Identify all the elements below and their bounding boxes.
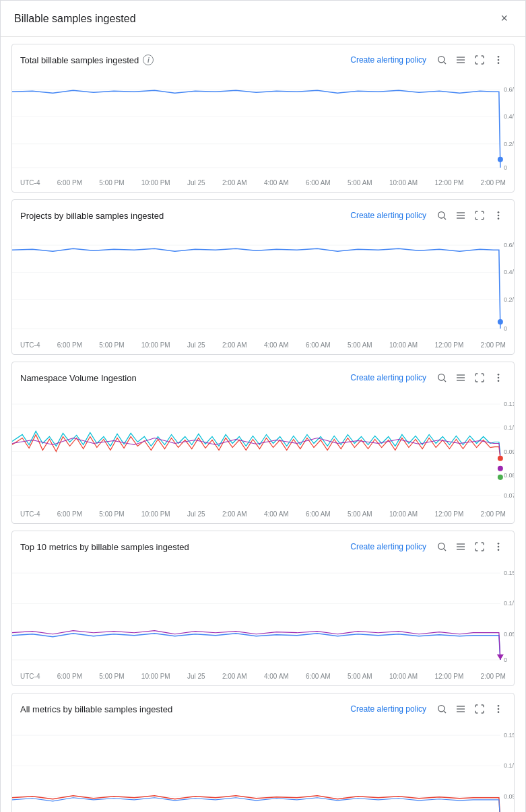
chart-svg-5: 0.15/s 0.1/s 0.05/s 0 <box>12 722 514 812</box>
chart-footer-1: UTC-4 6:00 PM 5:00 PM 10:00 PM Jul 25 2:… <box>12 176 514 192</box>
svg-point-17 <box>438 212 445 218</box>
chart-card-5: All metrics by billable samples ingested… <box>11 693 515 812</box>
legend-icon-btn-4[interactable] <box>453 539 468 554</box>
svg-line-1 <box>444 62 446 64</box>
svg-point-7 <box>498 62 500 64</box>
chart-title-1: Total billable samples ingested <box>20 55 139 65</box>
more-icon-btn-4[interactable] <box>491 539 506 554</box>
expand-icon-btn-4[interactable] <box>472 539 487 554</box>
create-alert-link-3[interactable]: Create alerting policy <box>350 373 426 382</box>
svg-point-78 <box>498 708 500 710</box>
create-alert-link-5[interactable]: Create alerting policy <box>350 704 426 714</box>
chart-svg-2: 0.6/s 0.4/s 0.2/s 0 <box>12 228 514 337</box>
charts-container: Total billable samples ingested i Create… <box>1 37 525 812</box>
svg-text:0.11/s: 0.11/s <box>504 401 514 407</box>
chart-actions-3: Create alerting policy <box>350 370 506 385</box>
svg-text:0.08/s: 0.08/s <box>504 472 514 479</box>
info-icon-1[interactable]: i <box>143 55 154 65</box>
legend-icon-btn-5[interactable] <box>453 702 468 716</box>
svg-point-5 <box>498 56 500 58</box>
chart-title-row-5: All metrics by billable samples ingested <box>20 704 172 714</box>
search-icon-btn-1[interactable] <box>434 53 449 67</box>
svg-marker-67 <box>497 654 504 660</box>
svg-point-12 <box>498 157 503 162</box>
svg-text:0.15/s: 0.15/s <box>504 732 514 739</box>
create-alert-link-2[interactable]: Create alerting policy <box>350 211 426 220</box>
expand-icon-btn-1[interactable] <box>472 53 487 67</box>
chart-header-4: Top 10 metrics by billable samples inges… <box>12 539 514 560</box>
svg-text:0.2/s: 0.2/s <box>504 296 514 303</box>
chart-title-3: Namespace Volume Ingestion <box>20 373 137 383</box>
chart-actions-5: Create alerting policy <box>350 702 506 716</box>
svg-text:0: 0 <box>504 325 507 332</box>
legend-icon-btn-3[interactable] <box>453 370 468 385</box>
svg-text:0.4/s: 0.4/s <box>504 269 514 275</box>
chart-card-3: Namespace Volume Ingestion Create alerti… <box>11 362 515 524</box>
expand-icon-btn-3[interactable] <box>472 370 487 385</box>
chart-actions-4: Create alerting policy <box>350 539 506 554</box>
svg-line-35 <box>444 380 446 382</box>
svg-point-29 <box>498 319 503 325</box>
svg-text:0.15/s: 0.15/s <box>504 570 514 576</box>
more-icon-btn-3[interactable] <box>491 370 506 385</box>
svg-text:0.1/s: 0.1/s <box>504 763 514 770</box>
chart-body-2: 0.6/s 0.4/s 0.2/s 0 <box>12 228 514 339</box>
svg-text:0.4/s: 0.4/s <box>504 113 514 120</box>
more-icon-btn-1[interactable] <box>491 53 506 67</box>
chart-svg-4: 0.15/s 0.1/s 0.05/s 0 <box>12 560 514 668</box>
create-alert-link-4[interactable]: Create alerting policy <box>350 542 426 551</box>
dialog: Billable samples ingested × Total billab… <box>0 0 526 812</box>
chart-header-3: Namespace Volume Ingestion Create alerti… <box>12 370 514 391</box>
svg-text:0.1/s: 0.1/s <box>504 601 514 607</box>
expand-icon-btn-2[interactable] <box>472 208 487 223</box>
svg-text:0.1/s: 0.1/s <box>504 424 514 431</box>
chart-body-5: 0.15/s 0.1/s 0.05/s 0 <box>12 722 514 812</box>
chart-header-5: All metrics by billable samples ingested… <box>12 702 514 722</box>
chart-title-2: Projects by billable samples ingested <box>20 211 164 221</box>
create-alert-link-1[interactable]: Create alerting policy <box>350 55 426 65</box>
svg-point-0 <box>438 57 445 63</box>
svg-text:0.6/s: 0.6/s <box>504 242 514 248</box>
svg-line-73 <box>444 711 446 713</box>
chart-title-5: All metrics by billable samples ingested <box>20 704 172 714</box>
svg-point-34 <box>438 374 445 380</box>
chart-body-3: 0.11/s 0.1/s 0.09/s 0.08/s 0.07/s <box>12 391 514 508</box>
search-icon-btn-3[interactable] <box>434 370 449 385</box>
chart-footer-4: UTC-4 6:00 PM 5:00 PM 10:00 PM Jul 25 2:… <box>12 670 514 685</box>
svg-line-56 <box>444 549 446 551</box>
chart-header-2: Projects by billable samples ingested Cr… <box>12 208 514 228</box>
chart-title-row-4: Top 10 metrics by billable samples inges… <box>20 542 189 552</box>
dialog-title: Billable samples ingested <box>14 13 136 25</box>
legend-icon-btn-1[interactable] <box>453 53 468 67</box>
legend-icon-btn-2[interactable] <box>453 208 468 223</box>
svg-text:0.07/s: 0.07/s <box>504 492 514 499</box>
svg-point-23 <box>498 215 500 217</box>
svg-text:0: 0 <box>504 656 507 663</box>
chart-actions-1: Create alerting policy <box>350 53 506 67</box>
svg-point-22 <box>498 211 500 213</box>
chart-title-row-3: Namespace Volume Ingestion <box>20 373 137 383</box>
chart-card-2: Projects by billable samples ingested Cr… <box>11 199 515 355</box>
search-icon-btn-5[interactable] <box>434 702 449 716</box>
svg-point-24 <box>498 217 500 219</box>
search-icon-btn-2[interactable] <box>434 208 449 223</box>
chart-svg-1: 0.6/s 0.4/s 0.2/s 0 <box>12 73 514 174</box>
search-icon-btn-4[interactable] <box>434 539 449 554</box>
close-button[interactable]: × <box>496 10 512 27</box>
chart-header-1: Total billable samples ingested i Create… <box>12 53 514 73</box>
svg-point-47 <box>498 456 503 461</box>
more-icon-btn-2[interactable] <box>491 208 506 223</box>
chart-title-row-2: Projects by billable samples ingested <box>20 211 164 221</box>
chart-body-1: 0.6/s 0.4/s 0.2/s 0 <box>12 73 514 176</box>
expand-icon-btn-5[interactable] <box>472 702 487 716</box>
svg-text:0.05/s: 0.05/s <box>504 793 514 800</box>
svg-point-48 <box>498 466 503 471</box>
svg-point-61 <box>498 546 500 548</box>
svg-text:0.09/s: 0.09/s <box>504 448 514 455</box>
more-icon-btn-5[interactable] <box>491 702 506 716</box>
svg-text:0.6/s: 0.6/s <box>504 86 514 93</box>
chart-actions-2: Create alerting policy <box>350 208 506 223</box>
svg-point-41 <box>498 380 500 382</box>
chart-svg-3: 0.11/s 0.1/s 0.09/s 0.08/s 0.07/s <box>12 391 514 506</box>
svg-text:0: 0 <box>504 164 507 171</box>
